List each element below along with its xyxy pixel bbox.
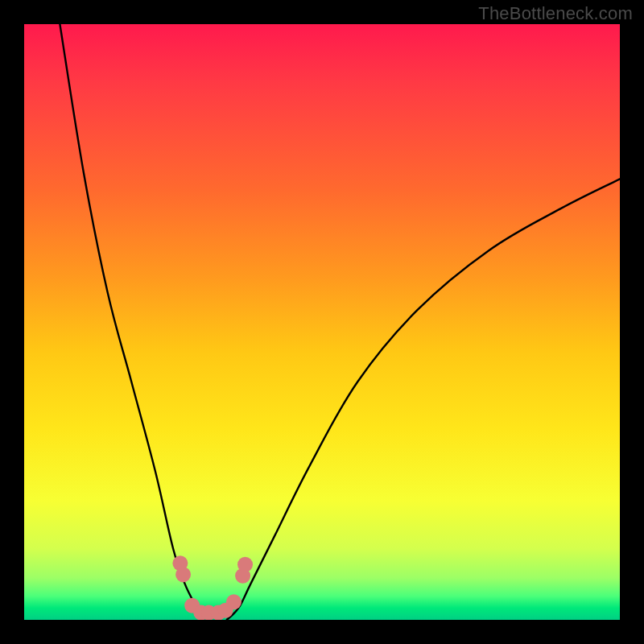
marker-dot: [237, 557, 253, 572]
curve-lines: [60, 24, 620, 620]
chart-svg: [24, 24, 620, 620]
curve-right-arm: [227, 179, 620, 620]
curve-left-arm: [60, 24, 203, 620]
marker-dot: [175, 567, 191, 582]
chart-frame: TheBottleneck.com: [0, 0, 644, 644]
marker-dots: [172, 555, 253, 620]
plot-area: [24, 24, 620, 620]
watermark-text: TheBottleneck.com: [478, 3, 633, 24]
marker-dot: [226, 594, 242, 609]
